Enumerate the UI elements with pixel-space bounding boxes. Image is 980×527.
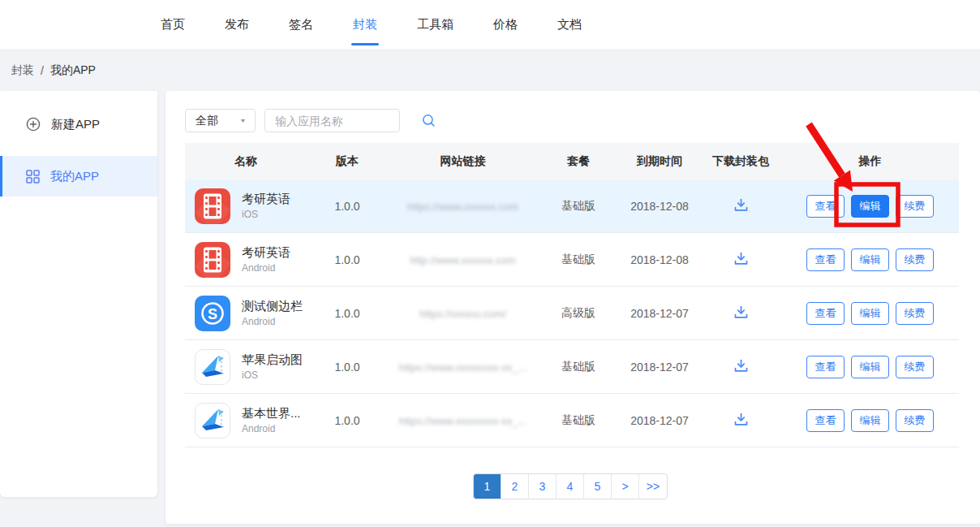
col-header-plan: 套餐 (538, 154, 619, 169)
breadcrumb-current: 我的APP (50, 63, 96, 78)
page-button-4[interactable]: 4 (557, 474, 584, 499)
download-tray-icon[interactable] (733, 412, 750, 427)
app-expiry-date: 2018-12-07 (619, 414, 700, 427)
sidebar-item-my-app[interactable]: 我的APP (0, 156, 157, 197)
col-header-name: 名称 (185, 154, 307, 169)
app-platform: Android (242, 422, 301, 435)
app-link-blurred: https://ooouu.com/ (419, 308, 506, 320)
sidebar-item-new-app[interactable]: 新建APP (0, 102, 157, 146)
grid-icon (26, 170, 40, 184)
view-button[interactable]: 查看 (806, 409, 845, 432)
app-name: 考研英语 (242, 244, 290, 261)
table-row: S 测试侧边栏 Android 1.0.0 https://ooouu.com/… (185, 287, 959, 340)
app-version: 1.0.0 (307, 414, 388, 427)
sidebar-item-label: 我的APP (50, 169, 99, 184)
renew-button[interactable]: 续费 (896, 356, 934, 378)
download-tray-icon[interactable] (733, 197, 750, 213)
col-header-version: 版本 (307, 154, 388, 169)
view-button[interactable]: 查看 (806, 195, 845, 218)
nav-item-price[interactable]: 价格 (493, 0, 518, 50)
film-app-icon (195, 242, 230, 278)
app-link-blurred: https://www.xxxxxx.com (407, 201, 518, 213)
table-row: 基本世界... Android 1.0.0 https://www.xxxxxx… (185, 394, 959, 447)
search-box (264, 109, 400, 132)
col-header-download: 下载封装包 (700, 154, 781, 169)
filter-dropdown[interactable]: 全部 ▼ (185, 109, 256, 132)
app-name: 苹果启动图 (242, 352, 303, 368)
app-expiry-date: 2018-12-08 (619, 200, 700, 213)
list-toolbar: 全部 ▼ (185, 109, 400, 132)
app-link-blurred: http://www.xxxxxx.com (410, 254, 516, 266)
col-header-actions: 操作 (781, 154, 959, 169)
edit-button[interactable]: 编辑 (851, 302, 889, 325)
renew-button[interactable]: 续费 (896, 195, 934, 218)
breadcrumb-separator: / (41, 64, 44, 77)
page-button-5[interactable]: 5 (584, 474, 612, 499)
renew-button[interactable]: 续费 (896, 409, 934, 432)
film-app-icon (195, 188, 230, 224)
breadcrumb-section[interactable]: 封装 (11, 63, 34, 78)
app-version: 1.0.0 (307, 200, 388, 213)
top-navigation: 首页 发布 签名 封装 工具箱 价格 文档 (0, 0, 980, 50)
next-page-button[interactable]: > (612, 474, 639, 499)
s-app-icon: S (195, 296, 230, 331)
app-platform: Android (242, 315, 303, 328)
edit-button[interactable]: 编辑 (851, 356, 889, 378)
paper-bird-app-icon (195, 349, 230, 385)
nav-item-publish[interactable]: 发布 (225, 0, 249, 50)
paper-bird-app-icon (195, 403, 230, 438)
caret-down-icon: ▼ (239, 118, 247, 124)
renew-button[interactable]: 续费 (896, 248, 934, 271)
nav-item-home[interactable]: 首页 (161, 0, 185, 50)
app-name: 测试侧边栏 (242, 298, 303, 314)
page-button-2[interactable]: 2 (501, 474, 529, 499)
table-row: 苹果启动图 iOS 1.0.0 https://www.xxxxxxxx-xx_… (185, 340, 959, 394)
col-header-link: 网站链接 (388, 154, 538, 169)
app-version: 1.0.0 (307, 253, 388, 266)
view-button[interactable]: 查看 (806, 302, 845, 325)
edit-button[interactable]: 编辑 (851, 195, 889, 218)
magnifier-icon[interactable] (422, 114, 436, 127)
page-button-1[interactable]: 1 (474, 474, 501, 499)
view-button[interactable]: 查看 (806, 248, 845, 271)
app-platform: iOS (242, 208, 290, 221)
svg-text:S: S (208, 305, 217, 322)
download-tray-icon[interactable] (733, 305, 750, 320)
app-plan: 高级版 (538, 306, 619, 321)
pagination: 1 2 3 4 5 > >> (473, 473, 668, 499)
app-plan: 基础版 (538, 360, 619, 374)
nav-item-docs[interactable]: 文档 (557, 0, 582, 50)
nav-item-toolbox[interactable]: 工具箱 (417, 0, 453, 50)
nav-item-sign[interactable]: 签名 (289, 0, 313, 50)
sidebar: 新建APP 我的APP (0, 91, 157, 497)
search-input[interactable] (265, 110, 422, 132)
download-tray-icon[interactable] (733, 251, 750, 266)
edit-button[interactable]: 编辑 (851, 409, 889, 432)
table-header-row: 名称 版本 网站链接 套餐 到期时间 下载封装包 操作 (185, 143, 959, 179)
app-platform: Android (242, 261, 290, 274)
nav-item-package[interactable]: 封装 (353, 0, 377, 50)
download-tray-icon[interactable] (733, 358, 750, 374)
app-link-blurred: https://www.xxxxxxxx-xx_... (399, 361, 527, 374)
app-expiry-date: 2018-12-07 (619, 307, 700, 320)
view-button[interactable]: 查看 (806, 356, 845, 378)
app-platform: iOS (242, 369, 303, 382)
app-link-blurred: https://www.xxxxxxxx-xx_... (399, 415, 527, 427)
app-plan: 基础版 (538, 413, 619, 428)
renew-button[interactable]: 续费 (896, 302, 934, 325)
page-button-3[interactable]: 3 (529, 474, 557, 499)
app-expiry-date: 2018-12-07 (619, 361, 700, 374)
edit-button[interactable]: 编辑 (851, 248, 889, 271)
app-version: 1.0.0 (307, 361, 388, 374)
app-table: 名称 版本 网站链接 套餐 到期时间 下载封装包 操作 (185, 143, 959, 447)
table-row: 考研英语 Android 1.0.0 http://www.xxxxxx.com… (185, 233, 959, 287)
table-row: 考研英语 iOS 1.0.0 https://www.xxxxxx.com 基础… (185, 179, 959, 233)
last-page-button[interactable]: >> (639, 474, 667, 499)
main-panel: 全部 ▼ 名称 版本 网站链接 套餐 到期时间 下载封装包 操作 (165, 91, 980, 524)
app-expiry-date: 2018-12-08 (619, 253, 700, 266)
col-header-expires: 到期时间 (619, 154, 700, 169)
plus-circle-icon (26, 117, 41, 132)
app-version: 1.0.0 (307, 307, 388, 320)
filter-dropdown-value: 全部 (196, 114, 218, 128)
sidebar-item-label: 新建APP (51, 117, 100, 132)
